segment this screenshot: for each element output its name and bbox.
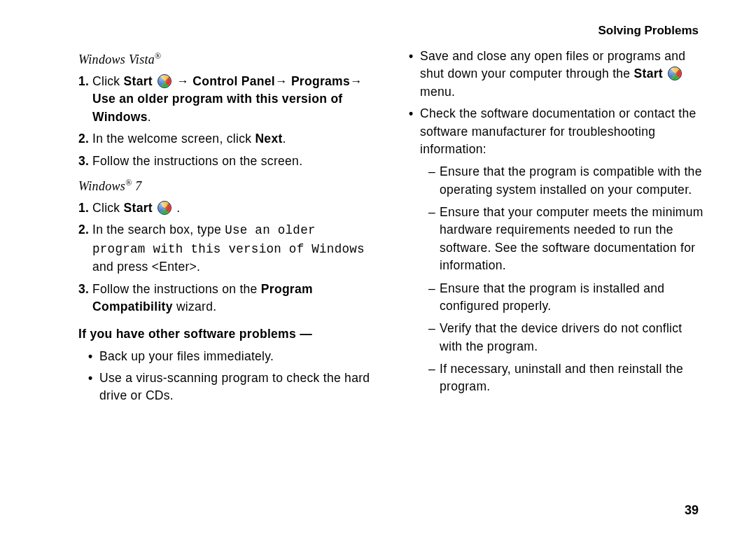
text: Back up your files immediately. <box>99 348 375 365</box>
text: menu. <box>420 85 455 99</box>
windows-start-icon <box>668 66 682 80</box>
text: and press <Enter>. <box>92 260 200 274</box>
list-item: 3. Follow the instructions on the Progra… <box>78 281 375 316</box>
step-text: In the search box, type Use an older pro… <box>92 221 375 276</box>
list-item: Ensure that the program is installed and… <box>428 280 706 316</box>
text: . <box>283 132 286 146</box>
list-item: Save and close any open files or program… <box>409 48 706 101</box>
windows-start-icon <box>158 74 172 88</box>
list-item: 2. In the welcome screen, click Next. <box>78 130 375 148</box>
win7-steps-list: 1. Click Start . 2. In the search box, t… <box>78 199 375 316</box>
text-bold: Start <box>124 74 157 88</box>
list-item: Verify that the device drivers do not co… <box>428 320 706 355</box>
text: → <box>350 74 363 88</box>
step-text: Click Start → Control Panel→ Programs→ U… <box>92 73 375 126</box>
right-column: Save and close any open files or program… <box>409 43 706 409</box>
page-header: Solving Problems <box>78 24 706 38</box>
text: . <box>148 110 151 124</box>
registered-mark: ® <box>155 51 161 61</box>
step-number: 1. <box>78 199 92 217</box>
right-dash-list: Ensure that the program is compatible wi… <box>409 163 706 396</box>
text: Verify that the device drivers do not co… <box>440 320 706 355</box>
heading-vista-text: Windows Vista <box>78 52 155 66</box>
text: Use a virus-scanning program to check th… <box>99 369 375 405</box>
step-number: 1. <box>78 73 92 126</box>
text: Ensure that the program is installed and… <box>440 280 706 316</box>
text-bold: → <box>173 74 192 88</box>
left-bullet-list: Back up your files immediately. Use a vi… <box>78 348 375 405</box>
text-bold: Start <box>124 201 157 215</box>
step-text: Follow the instructions on the screen. <box>92 153 375 170</box>
list-item: 3. Follow the instructions on the screen… <box>78 153 375 170</box>
text-bold: Next <box>255 132 282 146</box>
list-item: If necessary, uninstall and then reinsta… <box>428 360 706 396</box>
text: Check the software documentation or cont… <box>420 105 706 158</box>
text-bold: Start <box>634 66 667 80</box>
right-bullet-list: Save and close any open files or program… <box>409 48 706 158</box>
page-number: 39 <box>685 503 699 518</box>
text: wizard. <box>173 299 217 313</box>
text: In the welcome screen, click <box>92 132 255 146</box>
text: Ensure that the program is compatible wi… <box>440 163 706 199</box>
step-number: 2. <box>78 130 92 148</box>
text-bold: Use an older program with this version o… <box>92 92 343 123</box>
list-item: 1. Click Start → Control Panel→ Programs… <box>78 73 375 126</box>
step-number: 3. <box>78 153 92 170</box>
windows-start-icon <box>158 201 172 215</box>
list-item: 2. In the search box, type Use an older … <box>78 221 375 276</box>
text: Follow the instructions on the <box>92 282 261 296</box>
text: Click <box>92 201 124 215</box>
list-item: Back up your files immediately. <box>88 348 375 365</box>
text: Click <box>92 74 124 88</box>
text: If necessary, uninstall and then reinsta… <box>440 360 706 396</box>
text: Save and close any open files or program… <box>420 48 706 101</box>
heading-win7-text: Windows <box>78 179 125 193</box>
registered-mark: ® <box>125 178 132 188</box>
vista-steps-list: 1. Click Start → Control Panel→ Programs… <box>78 73 375 170</box>
text-bold: Control Panel <box>192 74 275 88</box>
step-text: Follow the instructions on the Program C… <box>92 281 375 316</box>
subheading-other-problems: If you have other software problems — <box>78 325 375 343</box>
step-number: 3. <box>78 281 92 316</box>
text: . <box>173 201 180 215</box>
heading-windows-7: Windows® 7 <box>78 177 375 195</box>
text: Ensure that your computer meets the mini… <box>440 204 706 275</box>
text: In the search box, type <box>92 223 225 237</box>
list-item: Ensure that your computer meets the mini… <box>428 204 706 275</box>
step-number: 2. <box>78 221 92 276</box>
list-item: Check the software documentation or cont… <box>409 105 706 158</box>
list-item: Ensure that the program is compatible wi… <box>428 163 706 199</box>
list-item: 1. Click Start . <box>78 199 375 217</box>
step-text: In the welcome screen, click Next. <box>92 130 375 148</box>
heading-windows-vista: Windows Vista® <box>78 50 375 69</box>
heading-win7-suffix: 7 <box>132 179 142 193</box>
text-bold: Programs <box>291 74 350 88</box>
step-text: Click Start . <box>92 199 375 217</box>
list-item: Use a virus-scanning program to check th… <box>88 369 375 405</box>
left-column: Windows Vista® 1. Click Start → Control … <box>78 43 375 409</box>
content-columns: Windows Vista® 1. Click Start → Control … <box>78 43 706 409</box>
text: → <box>275 74 291 88</box>
